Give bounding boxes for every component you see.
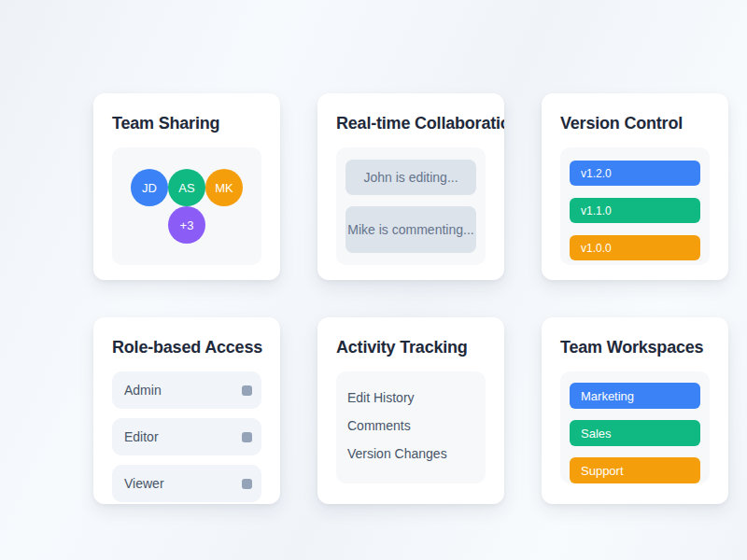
collaboration-panel: John is editing... Mike is commenting... [336, 147, 486, 265]
editing-status-chip: John is editing... [345, 160, 476, 195]
role-permission-icon[interactable] [242, 479, 252, 489]
commenting-status-chip: Mike is commenting... [345, 206, 476, 253]
version-bar-v1-0-0[interactable]: v1.0.0 [570, 235, 700, 260]
card-team-sharing: Team Sharing JD AS MK +3 [93, 93, 280, 280]
card-title-team-sharing: Team Sharing [112, 112, 261, 134]
role-label-viewer: Viewer [124, 476, 164, 491]
card-activity-tracking: Activity Tracking Edit History Comments … [317, 317, 504, 504]
workspace-bar-support[interactable]: Support [570, 457, 700, 483]
avatar-jd[interactable]: JD [131, 169, 168, 206]
avatar-overflow-count[interactable]: +3 [168, 206, 205, 244]
version-panel: v1.2.0 v1.1.0 v1.0.0 [560, 147, 710, 265]
workspace-panel: Marketing Sales Support [560, 371, 710, 483]
workspace-bar-sales[interactable]: Sales [570, 420, 700, 446]
role-permission-icon[interactable] [242, 432, 252, 442]
card-version-control: Version Control v1.2.0 v1.1.0 v1.0.0 [542, 93, 728, 280]
avatar-panel: JD AS MK +3 [112, 147, 261, 265]
card-title-team-workspaces: Team Workspaces [560, 336, 710, 358]
workspace-bar-marketing[interactable]: Marketing [570, 383, 700, 409]
card-title-role-based-access: Role-based Access [112, 336, 261, 358]
activity-item-comments: Comments [347, 412, 474, 440]
version-bar-v1-2-0[interactable]: v1.2.0 [570, 161, 700, 186]
avatar-bottom-row: +3 [168, 206, 205, 244]
card-realtime-collaboration: Real-time Collaboration John is editing.… [317, 93, 504, 280]
activity-panel: Edit History Comments Version Changes [336, 371, 486, 483]
activity-item-edit-history: Edit History [347, 384, 474, 412]
version-bar-v1-1-0[interactable]: v1.1.0 [570, 198, 700, 223]
role-label-editor: Editor [124, 429, 159, 444]
avatar-mk[interactable]: MK [205, 169, 243, 206]
card-title-activity-tracking: Activity Tracking [336, 336, 486, 358]
role-row-admin[interactable]: Admin [112, 371, 261, 409]
role-label-admin: Admin [124, 383, 162, 398]
activity-item-version-changes: Version Changes [347, 440, 474, 468]
card-title-version-control: Version Control [560, 112, 710, 134]
role-row-editor[interactable]: Editor [112, 418, 261, 455]
card-title-realtime-collaboration: Real-time Collaboration [336, 112, 486, 134]
role-permission-icon[interactable] [242, 385, 252, 396]
role-row-viewer[interactable]: Viewer [112, 465, 261, 502]
card-team-workspaces: Team Workspaces Marketing Sales Support [542, 317, 728, 504]
avatar-top-row: JD AS MK [131, 169, 243, 206]
page-background: { "colors": { "blue": "#3b82f6", "green"… [0, 0, 747, 560]
avatar-as[interactable]: AS [168, 169, 205, 206]
card-role-based-access: Role-based Access Admin Editor Viewer [93, 317, 280, 504]
